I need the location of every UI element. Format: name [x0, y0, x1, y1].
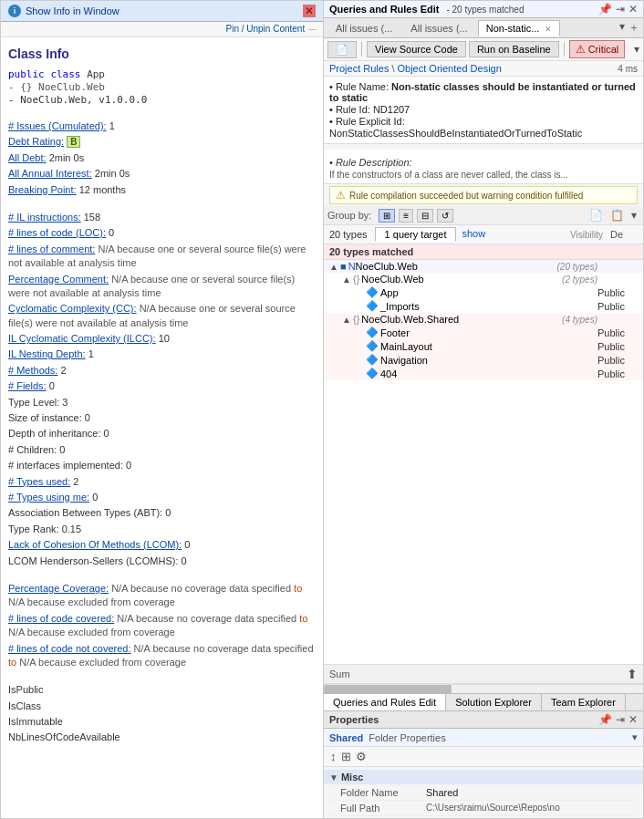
il-nesting-link[interactable]: IL Nesting Depth:: [8, 348, 86, 359]
ilcc-link[interactable]: IL Cyclomatic Complexity (ILCC):: [8, 333, 156, 344]
prop-lcomhs: LCOM Henderson-Sellers (LCOMHS): 0: [8, 555, 316, 568]
prop-isimmutable: IsImmutable: [8, 715, 316, 729]
group-btn-2[interactable]: ≡: [399, 209, 413, 223]
toolbar-right-icon[interactable]: ▾: [634, 43, 639, 56]
footer-vis: Public: [597, 327, 643, 338]
pin-sep: ─: [308, 24, 316, 35]
bottom-tab-team[interactable]: Team Explorer: [542, 694, 626, 710]
tree-node-mainlayout[interactable]: 🔷 MainLayout Public: [324, 339, 643, 353]
props-tb-sort-icon[interactable]: ↕: [329, 749, 338, 764]
toolbar-icon-1[interactable]: 📄: [327, 41, 357, 58]
breaking-point-link[interactable]: Breaking Point:: [8, 184, 77, 195]
issues-link[interactable]: # Issues (Cumulated):: [8, 120, 107, 131]
group-icon-1[interactable]: 📄: [587, 208, 606, 223]
pct-comment-link[interactable]: Percentage Comment:: [8, 274, 109, 285]
group-chevron[interactable]: ▾: [628, 208, 639, 223]
tree-node-shared-ns[interactable]: ▲ {} NoeClub.Web.Shared (4 types): [324, 313, 643, 326]
tab-new-icon[interactable]: ＋: [628, 20, 639, 36]
group-btn-3[interactable]: ⊟: [417, 209, 433, 223]
type-icon-footer: 🔷: [366, 327, 379, 338]
methods-link[interactable]: # Methods:: [8, 365, 57, 376]
group-btn-4[interactable]: ↺: [437, 209, 453, 223]
undock-header-icon[interactable]: ⇥: [616, 3, 625, 16]
tab-menu-icon[interactable]: ▾: [619, 20, 625, 36]
critical-button[interactable]: ⚠ Critical: [569, 40, 626, 58]
expand-icon-shared[interactable]: ▲: [342, 315, 353, 325]
debt-rating-link[interactable]: Debt Rating:: [8, 136, 64, 147]
navigation-vis: Public: [597, 355, 643, 366]
tree-node-navigation[interactable]: 🔷 Navigation Public: [324, 353, 643, 367]
il-instr-link[interactable]: # IL instructions:: [8, 212, 81, 223]
sum-up-icon[interactable]: ⬆: [627, 667, 638, 681]
pin-header-icon[interactable]: 📌: [598, 3, 612, 16]
comment-link[interactable]: # lines of comment:: [8, 244, 95, 254]
show-tab[interactable]: show: [456, 227, 491, 242]
tree-area[interactable]: ▲ ■ N NoeClub.Web (20 types) ▲ {} NoeClu…: [324, 260, 643, 664]
props-misc-collapse-icon[interactable]: ▼: [329, 772, 338, 783]
props-tb-gear-icon[interactable]: ⚙: [355, 749, 368, 764]
bottom-tab-solution[interactable]: Solution Explorer: [446, 694, 542, 710]
tab-all-issues-1[interactable]: All issues (...: [327, 20, 400, 36]
props-key-folder-name: Folder Name: [329, 786, 421, 799]
loc-cov-link[interactable]: # lines of code covered:: [8, 613, 114, 624]
prop-loc-not-covered: # lines of code not covered: N/A because…: [8, 642, 316, 670]
toolbar-spacer: ▾: [634, 43, 639, 56]
tree-node-app[interactable]: 🔷 App Public: [324, 285, 643, 299]
props-toolbar: ↕ ⊞ ⚙: [324, 747, 643, 767]
tree-node-web-ns[interactable]: ▲ {} NoeClub.Web (2 types): [324, 273, 643, 285]
props-dropdown-icon[interactable]: ▾: [632, 731, 638, 743]
props-close-icon[interactable]: ✕: [628, 713, 638, 726]
imports-vis: Public: [597, 301, 643, 312]
group-btn-1[interactable]: ⊞: [379, 209, 395, 223]
tree-node-imports[interactable]: 🔷 _Imports Public: [324, 299, 643, 313]
h-scroll[interactable]: [324, 684, 643, 693]
rule-id-label: • Rule Id:: [329, 104, 373, 115]
type-icon-mainlayout: 🔷: [366, 340, 379, 352]
cc-link[interactable]: Cyclomatic Complexity (CC):: [8, 303, 137, 314]
loc-not-cov-link[interactable]: # lines of code not covered:: [8, 643, 131, 654]
info-icon: i: [8, 5, 21, 17]
tab-all-issues-2[interactable]: All issues (...: [402, 20, 475, 36]
props-undock-icon[interactable]: ⇥: [616, 713, 625, 726]
bc-project-rules[interactable]: Project Rules: [329, 63, 389, 74]
types-using-link[interactable]: # Types using me:: [8, 492, 89, 503]
props-pin-icon[interactable]: 📌: [598, 713, 612, 726]
tab-close-icon[interactable]: ✕: [545, 25, 552, 34]
expand-icon-1[interactable]: ▲: [329, 262, 340, 272]
loc-link[interactable]: # lines of code (LOC):: [8, 227, 106, 238]
bc-oo-design[interactable]: Object Oriented Design: [397, 63, 501, 74]
props-tb-cat-icon[interactable]: ⊞: [340, 749, 352, 764]
all-debt-link[interactable]: All Debt:: [8, 152, 47, 163]
rule-desc-label: • Rule Description:: [329, 157, 638, 168]
close-button[interactable]: ✕: [303, 5, 316, 17]
tree-node-footer[interactable]: 🔷 Footer Public: [324, 326, 643, 339]
view-source-button[interactable]: View Source Code: [367, 41, 466, 57]
prop-loc-covered: # lines of code covered: N/A because no …: [8, 612, 316, 640]
right-header-sub: - 20 types matched: [446, 5, 524, 15]
type-icon-nav: 🔷: [366, 354, 379, 366]
tree-node-404[interactable]: 🔷 404 Public: [324, 367, 643, 380]
de-col-header: De: [610, 229, 638, 240]
bottom-tab-queries-label: Queries and Rules Edit: [333, 697, 436, 708]
lcom-link[interactable]: Lack of Cohesion Of Methods (LCOM):: [8, 539, 182, 550]
group-icon-2[interactable]: 📋: [608, 208, 627, 223]
types-used-link[interactable]: # Types used:: [8, 476, 70, 487]
run-baseline-button[interactable]: Run on Baseline: [469, 41, 559, 57]
prop-interfaces: # interfaces implemented: 0: [8, 459, 316, 472]
tab-nonstatic[interactable]: Non-static... ✕: [478, 20, 561, 36]
warn-icon: ⚠: [336, 189, 346, 202]
bottom-tab-queries[interactable]: Queries and Rules Edit: [324, 694, 446, 710]
annual-interest-link[interactable]: All Annual Interest:: [8, 168, 92, 179]
fields-link[interactable]: # Fields:: [8, 380, 47, 391]
toolbar-sep-1: [361, 42, 362, 57]
tree-node-namespace[interactable]: ▲ ■ N NoeClub.Web (20 types): [324, 260, 643, 273]
query-target-tab[interactable]: 1 query target: [375, 227, 457, 242]
pct-cov-link[interactable]: Percentage Coverage:: [8, 583, 109, 594]
left-scroll-area[interactable]: Class Info public class App - {} NoeClub…: [1, 37, 323, 818]
props-group-4: IsPublic IsClass IsImmutable NbLinesOfCo…: [8, 683, 316, 745]
sum-label: Sum: [329, 669, 350, 679]
prop-il-nesting: IL Nesting Depth: 1: [8, 347, 316, 361]
expand-icon-2[interactable]: ▲: [342, 275, 353, 285]
pin-link[interactable]: Pin / Unpin Content: [225, 24, 305, 35]
close-header-icon[interactable]: ✕: [628, 3, 638, 16]
